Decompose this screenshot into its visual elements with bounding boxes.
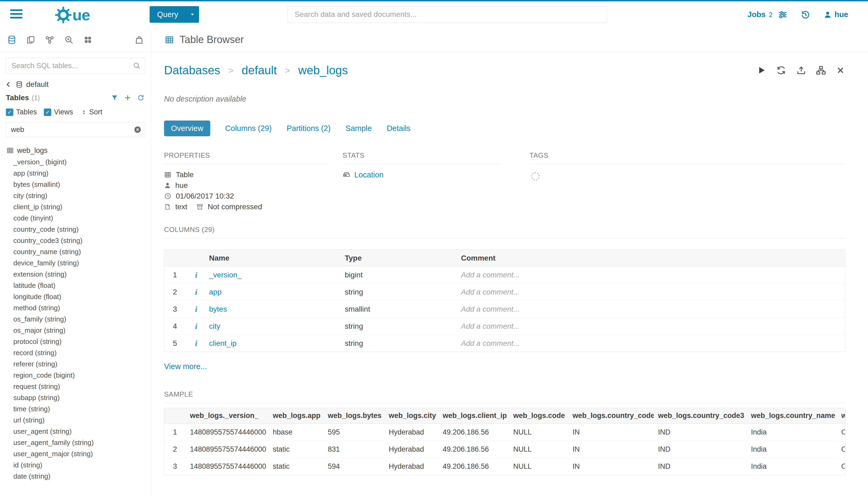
sidebar-column-item[interactable]: protocol (string) [0,336,151,347]
query-button-label[interactable]: Query [149,6,186,23]
lineage-sitemap-icon[interactable] [816,65,826,75]
views-checkbox-label[interactable]: Views [54,108,73,116]
column-name-link[interactable]: _version_ [209,271,241,279]
sidebar-column-item[interactable]: user_agent (string) [0,426,151,437]
column-comment[interactable]: Add a comment... [459,301,845,318]
history-icon[interactable] [800,9,811,20]
sidebar-column-item[interactable]: method (string) [0,302,151,313]
hamburger-menu-icon[interactable] [10,9,22,20]
sort-toggle[interactable]: Sort [81,108,102,116]
sidebar-column-item[interactable]: record (string) [0,347,151,358]
sidebar-column-item[interactable]: url (string) [0,415,151,426]
sidebar-column-item[interactable]: os_major (string) [0,325,151,336]
info-icon[interactable]: i [195,305,197,313]
table-tree-item[interactable]: web_logs [0,144,151,156]
breadcrumb-web_logs[interactable]: web_logs [298,64,348,77]
column-name-link[interactable]: city [209,322,220,330]
sample-column-header: web_logs.city [384,408,438,423]
sidebar-column-item[interactable]: longitude (float) [0,291,151,302]
sidebar-column-item[interactable]: country_code (string) [0,224,151,235]
view-more-link[interactable]: View more... [164,362,845,371]
close-icon[interactable] [836,65,845,75]
column-name-link[interactable]: bytes [209,305,227,313]
refresh-icon[interactable] [137,94,144,102]
info-icon[interactable]: i [195,270,197,279]
breadcrumb-default[interactable]: default [241,64,277,77]
location-drive-icon [343,171,350,179]
hue-logo[interactable]: ue [55,6,90,24]
views-checkbox[interactable] [44,108,51,116]
query-dropdown-caret-icon[interactable] [186,6,199,23]
column-row: 1i_version_bigintAdd a comment... [164,266,845,283]
sql-database-icon[interactable] [7,35,17,45]
sidebar-column-item[interactable]: request (string) [0,381,151,392]
jobs-link[interactable]: Jobs 2 [747,10,773,19]
sidebar-column-item[interactable]: country_code3 (string) [0,235,151,246]
add-plus-icon[interactable] [124,94,132,102]
query-button[interactable]: Query [149,6,199,23]
clear-filter-icon[interactable] [133,126,142,134]
apps-grid-icon[interactable] [83,35,92,44]
zoom-plus-icon[interactable] [64,35,74,45]
table-filter-input[interactable] [6,122,145,137]
sidebar-column-item[interactable]: app (string) [0,168,151,179]
sample-cell: IND [654,423,747,441]
tab-overview[interactable]: Overview [164,121,210,136]
sidebar-column-item[interactable]: user_agent_major (string) [0,448,151,460]
sidebar-column-item[interactable]: city (string) [0,190,151,201]
jobs-sliders-icon[interactable] [778,10,788,20]
filter-funnel-icon[interactable] [111,94,119,102]
info-icon[interactable]: i [195,339,197,348]
column-comment[interactable]: Add a comment... [459,335,845,352]
column-name-link[interactable]: app [209,288,222,296]
info-icon[interactable]: i [195,288,197,296]
column-row-number: 5 [164,335,186,352]
sidebar-column-item[interactable]: extension (string) [0,268,151,280]
sidebar-column-item[interactable]: device_family (string) [0,257,151,268]
sidebar-column-item[interactable]: time (string) [0,403,151,415]
sql-tables-search-input[interactable] [6,58,145,74]
sidebar-column-item[interactable]: date (string) [0,470,151,482]
search-icon[interactable] [133,62,141,70]
column-comment[interactable]: Add a comment... [459,266,845,283]
created-date: 01/06/2017 10:32 [176,192,234,200]
sidebar-column-item[interactable]: region_code (bigint) [0,370,151,381]
sidebar-column-item[interactable]: client_ip (string) [0,201,151,213]
tables-checkbox-label[interactable]: Tables [16,108,37,116]
tab-details[interactable]: Details [387,124,411,133]
tab-columns-29-[interactable]: Columns (29) [225,124,272,133]
storage-bag-icon[interactable] [135,35,144,45]
global-search-input[interactable] [287,6,607,23]
sidebar-column-item[interactable]: code (tinyint) [0,213,151,224]
column-name-link[interactable]: client_ip [209,339,237,347]
query-play-icon[interactable] [757,65,766,75]
sidebar-column-item[interactable]: id (string) [0,460,151,470]
tab-partitions-2-[interactable]: Partitions (2) [287,124,330,133]
location-link[interactable]: Location [354,170,384,179]
column-type: bigint [343,266,459,283]
sidebar-column-item[interactable]: _version_ (bigint) [0,156,151,168]
breadcrumb-separator: > [228,65,234,76]
upload-icon[interactable] [796,65,806,75]
cluster-nodes-icon[interactable] [45,35,54,45]
info-icon[interactable]: i [195,322,197,330]
sidebar-column-item[interactable]: os_family (string) [0,313,151,325]
tab-sample[interactable]: Sample [345,124,372,133]
user-menu[interactable]: hue [824,10,848,19]
sidebar-column-item[interactable]: referer (string) [0,358,151,370]
sample-table: web_logs._version_web_logs.appweb_logs.b… [164,408,845,475]
sidebar-column-item[interactable]: latitude (float) [0,280,151,291]
refresh-table-icon[interactable] [776,65,787,76]
sidebar-column-item[interactable]: subapp (string) [0,392,151,403]
back-chevron-icon[interactable] [5,81,12,88]
sidebar-column-item[interactable]: bytes (smallint) [0,179,151,190]
column-comment[interactable]: Add a comment... [459,318,845,335]
sidebar-column-item[interactable]: country_name (string) [0,246,151,257]
breadcrumb-databases[interactable]: Databases [164,64,220,77]
column-comment[interactable]: Add a comment... [459,283,845,301]
documents-icon[interactable] [26,35,35,44]
sidebar-column-item[interactable]: user_agent_family (string) [0,437,151,448]
current-database[interactable]: default [26,80,49,89]
tables-checkbox[interactable] [6,108,13,116]
column-type: string [343,318,459,335]
